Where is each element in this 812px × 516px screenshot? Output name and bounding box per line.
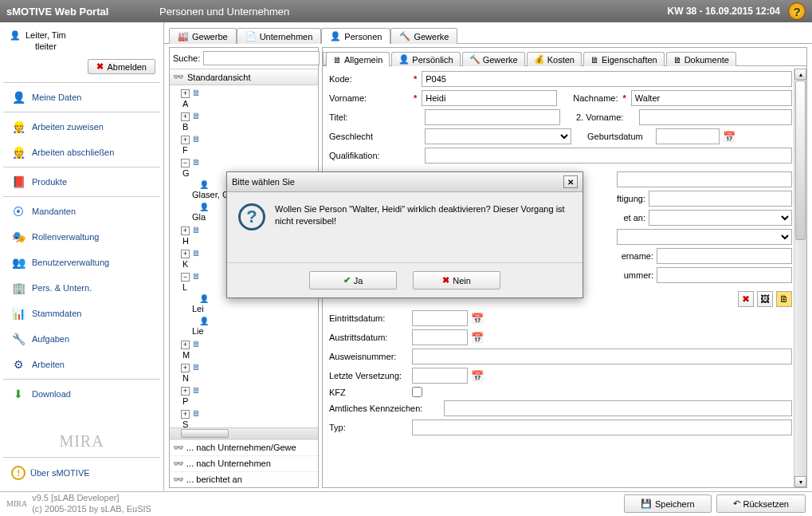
subtab-kosten[interactable]: 💰Kosten [527,52,582,66]
page-title: Personen und Unternehmen [159,6,668,18]
person-icon: 👤 [199,317,209,325]
tree-node-a[interactable]: A [181,98,316,109]
form-vscroll[interactable]: ▴▾ [794,69,806,487]
calendar-icon[interactable]: 📅 [471,331,484,344]
nav-download[interactable]: ⬇Download [3,381,160,407]
props-icon: 🗎 [590,55,599,65]
collapse-icon[interactable]: − [181,273,190,282]
main-tabs: 🏭Gewerbe 📄Unternehmen 👤Personen 🔨Gewerke [164,22,812,44]
nav-stammdaten[interactable]: 📊Stammdaten [3,301,160,326]
dialog-close-button[interactable]: ✕ [563,175,578,188]
nav-mandanten[interactable]: ⦿Mandanten [3,199,160,224]
search-input[interactable] [203,51,320,65]
subtab-gewerke[interactable]: 🔨Gewerke [462,52,525,66]
input-ername[interactable] [657,248,792,264]
input-titel[interactable] [425,109,560,125]
calendar-icon[interactable]: 📅 [471,369,484,382]
input-qualifikation[interactable] [425,148,792,163]
calendar-icon[interactable]: 📅 [471,312,484,325]
nav-aufgaben[interactable]: 🔧Aufgaben [3,326,160,352]
money-icon: 💰 [534,54,545,65]
input-geburtsdatum[interactable] [656,128,720,144]
nav-arbeiten[interactable]: ⚙Arbeiten [3,352,160,377]
subtab-eigenschaften[interactable]: 🗎Eigenschaften [583,52,665,66]
person-icon: 👤 [398,54,410,65]
dialog-no-button[interactable]: ✖Nein [413,271,500,290]
tree-view-unternehmen-gewerke[interactable]: 👓 ... nach Unternehmen/Gewe [170,439,318,455]
doc-icon: 🗎 [192,157,201,167]
dialog-yes-button[interactable]: ✔Ja [309,271,397,290]
expand-icon[interactable]: + [181,341,190,349]
nav-produkte[interactable]: 📕Produkte [3,169,160,195]
delete-button[interactable]: ✖ [738,291,754,307]
logout-button[interactable]: ✖Abmelden [88,59,155,74]
tree-node-p[interactable]: P [181,396,316,407]
input-ftigung[interactable] [649,191,792,207]
input-austritt[interactable] [412,329,468,345]
tree-header[interactable]: 👓Standardansicht [170,69,318,85]
help-icon[interactable]: ? [788,2,806,20]
doc-icon: 🗎 [192,88,201,97]
about-link[interactable]: !Über sMOTIVE [3,459,160,486]
expand-icon[interactable]: + [181,112,190,121]
tree-view-berichtet[interactable]: 👓 ... berichtet an [170,471,318,487]
input-nachname[interactable] [631,90,792,106]
input-eintritt[interactable] [412,310,468,326]
subtab-persoenlich[interactable]: 👤Persönlich [391,52,460,66]
portal-name: sMOTIVE Web Portal [6,6,159,18]
input-vorname2[interactable] [639,109,792,125]
subtab-dokumente[interactable]: 🗎Dokumente [666,52,736,66]
collapse-icon[interactable]: − [181,159,190,167]
tree-view-unternehmen[interactable]: 👓 ... nach Unternehmen [170,455,318,471]
nav-pers-untern[interactable]: 🏢Pers. & Untern. [3,275,160,301]
expand-icon[interactable]: + [181,226,190,235]
nav-arbeiten-abschliessen[interactable]: 👷Arbeiten abschließen [3,140,160,165]
input-kode[interactable] [422,71,792,87]
tree-node-b[interactable]: B [181,121,316,132]
input-typ[interactable] [412,419,792,435]
tree-node-s[interactable]: S [181,419,316,427]
reset-button[interactable]: ↶Rücksetzen [716,494,806,513]
input-vorname[interactable] [422,90,557,106]
save-button[interactable]: 💾Speichern [624,494,712,513]
expand-icon[interactable]: + [181,410,190,419]
input-blank1[interactable] [617,171,792,187]
tab-personen[interactable]: 👤Personen [321,28,390,44]
masks-icon: 🎭 [11,230,25,244]
nav-rollen[interactable]: 🎭Rollenverwaltung [3,224,160,250]
tree-node-m[interactable]: M [181,349,316,360]
tab-gewerke[interactable]: 🔨Gewerke [390,28,457,44]
input-kennzeichen[interactable] [444,400,792,416]
label-kfz: KFZ [329,388,409,397]
tab-unternehmen[interactable]: 📄Unternehmen [237,28,322,44]
book-icon: 📕 [11,175,25,189]
image-button[interactable]: 🖼 [757,291,773,307]
tree-node-f[interactable]: F [181,144,316,156]
checkbox-kfz[interactable] [412,387,422,397]
select-geschlecht[interactable] [425,128,571,144]
tree-item-lei[interactable]: Lei [190,303,316,314]
tab-gewerbe[interactable]: 🏭Gewerbe [169,28,237,44]
expand-icon[interactable]: + [181,364,190,372]
expand-icon[interactable]: + [181,387,190,396]
version-line2: (c) 2005-2015 by sLAB, EuSIS [32,504,619,514]
input-ummer[interactable] [657,267,792,283]
nav-meine-daten[interactable]: 👤Meine Daten [3,85,160,110]
expand-icon[interactable]: + [181,136,190,144]
tree-node-n[interactable]: N [181,372,316,384]
download-icon: ⬇ [11,387,25,401]
dialog-title: Bitte wählen Sie [232,177,563,187]
nav-benutzer[interactable]: 👥Benutzerverwaltung [3,250,160,275]
tree-item-lie[interactable]: Lie [190,325,316,337]
input-ausweis[interactable] [412,349,792,364]
tree-hscroll[interactable] [170,427,318,439]
nav-arbeiten-zuweisen[interactable]: 👷Arbeiten zuweisen [3,114,160,140]
new-button[interactable]: 🗎 [776,291,792,307]
calendar-icon[interactable]: 📅 [723,130,736,143]
input-versetzung[interactable] [412,368,468,384]
select-etan[interactable] [649,210,792,226]
select-blank2[interactable] [617,229,792,245]
expand-icon[interactable]: + [181,250,190,258]
subtab-allgemein[interactable]: 🗎Allgemein [326,52,390,66]
expand-icon[interactable]: + [181,89,190,98]
